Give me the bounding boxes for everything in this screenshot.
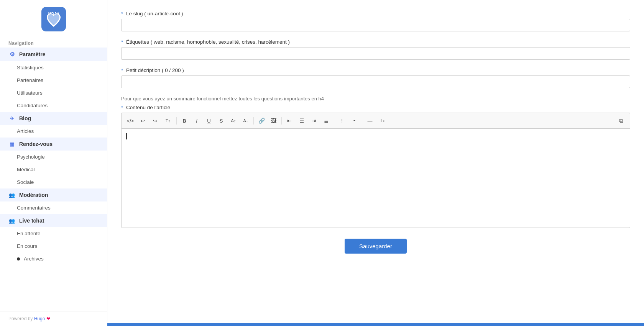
toolbar-fullscreen-btn[interactable]: ⧉ [615, 115, 627, 126]
slug-section: * Le slug ( un-article-cool ) [121, 11, 630, 31]
save-button[interactable]: Sauvegarder [345, 239, 407, 254]
livechat-icon: 👥 [8, 218, 15, 224]
description-label: * Petit décription ( 0 / 200 ) [121, 67, 630, 73]
sidebar-item-label: Modération [19, 192, 48, 198]
toolbar-clear-btn[interactable]: Tx [376, 115, 388, 126]
sidebar-item-label: Archives [24, 256, 44, 262]
sidebar-item-utilisateurs[interactable]: Utilisateurs [0, 87, 107, 99]
gear-icon: ⚙ [8, 51, 15, 58]
sidebar-item-articles[interactable]: Articles [0, 125, 107, 138]
toolbar-bold-btn[interactable]: B [179, 115, 190, 126]
sidebar-logo: MDAV [0, 0, 107, 37]
sidebar-item-encours[interactable]: En cours [0, 240, 107, 252]
sidebar-item-label: Médical [17, 167, 35, 172]
sidebar-footer: Powered by Hugo ❤ [0, 311, 107, 326]
hint-text: Pour que vous ayez un sommaire fonctionn… [121, 96, 630, 102]
main-content: * Le slug ( un-article-cool ) * Étiquett… [107, 0, 644, 326]
description-input[interactable] [121, 75, 630, 88]
sidebar-item-label: Paramètre [19, 51, 46, 57]
toolbar-hr-btn[interactable]: — [364, 115, 376, 126]
toolbar-redo-btn[interactable]: ↪ [149, 115, 161, 126]
toolbar-code-btn[interactable]: </> [125, 115, 136, 126]
toolbar-heading-btn[interactable]: T↕ [161, 115, 174, 126]
sidebar: MDAV Navigation ⚙ Paramètre Statistiques… [0, 0, 107, 326]
bottom-bar [107, 323, 644, 326]
moderation-icon: 👥 [8, 192, 15, 198]
content-required-star: * [121, 105, 123, 110]
toolbar-sep-4 [334, 117, 334, 125]
toolbar-sep-1 [176, 117, 177, 125]
sidebar-item-archives[interactable]: Archives [0, 252, 107, 265]
sidebar-item-label: En attente [17, 231, 41, 236]
sidebar-item-label: Articles [17, 128, 34, 134]
tags-input[interactable] [121, 47, 630, 60]
sidebar-item-label: Statistiques [17, 65, 44, 70]
sidebar-item-label: Utilisateurs [17, 90, 43, 96]
sidebar-item-blog[interactable]: ✈ Blog [0, 112, 107, 125]
toolbar-align-justify-btn[interactable]: ≣ [320, 115, 332, 126]
footer-powered-text: Powered by [8, 316, 34, 321]
sidebar-item-label: Live tchat [19, 218, 44, 224]
sidebar-item-enattente[interactable]: En attente [0, 227, 107, 240]
sidebar-item-commentaires[interactable]: Commentaires [0, 201, 107, 214]
sidebar-item-label: Commentaires [17, 205, 51, 211]
sidebar-item-livetchat[interactable]: 👥 Live tchat [0, 214, 107, 227]
content-section: * Contenu de l'article </> ↩ ↪ T↕ B I U … [121, 105, 630, 228]
slug-input[interactable] [121, 19, 630, 31]
toolbar-underline-btn[interactable]: U [203, 115, 215, 126]
toolbar-align-right-btn[interactable]: ⇥ [308, 115, 320, 126]
sidebar-item-label: Candidatures [17, 103, 48, 108]
sidebar-item-label: Psychologie [17, 154, 45, 160]
article-content-editor[interactable] [121, 128, 630, 228]
toolbar-font-down-btn[interactable]: A↓ [240, 115, 251, 126]
slug-label: * Le slug ( un-article-cool ) [121, 11, 630, 16]
slug-required-star: * [121, 11, 123, 16]
description-section: * Petit décription ( 0 / 200 ) [121, 67, 630, 88]
sidebar-item-label: Rendez-vous [19, 141, 53, 147]
sidebar-item-rendezvous[interactable]: ▦ Rendez-vous [0, 138, 107, 151]
calendar-icon: ▦ [8, 141, 15, 147]
save-btn-wrapper: Sauvegarder [121, 239, 630, 254]
editor-cursor [126, 133, 127, 139]
sidebar-item-statistiques[interactable]: Statistiques [0, 61, 107, 74]
bullet-dot-icon [17, 257, 20, 260]
toolbar-align-center-btn[interactable]: ☰ [296, 115, 307, 126]
toolbar-undo-btn[interactable]: ↩ [137, 115, 148, 126]
toolbar-link-btn[interactable]: 🔗 [256, 115, 267, 126]
sidebar-item-psychologie[interactable]: Psychologie [0, 151, 107, 163]
sidebar-item-label: Sociale [17, 179, 34, 185]
tags-required-star: * [121, 39, 123, 45]
heart-icon: ❤ [46, 316, 50, 321]
sidebar-item-label: En cours [17, 243, 37, 249]
sidebar-item-partenaires[interactable]: Partenaires [0, 74, 107, 87]
blog-icon: ✈ [8, 116, 15, 121]
sidebar-item-parametres[interactable]: ⚙ Paramètre [0, 48, 107, 61]
tags-section: * Étiquettes ( web, racisme, homophobie,… [121, 39, 630, 60]
toolbar-font-up-btn[interactable]: A↑ [228, 115, 239, 126]
sidebar-item-medical[interactable]: Médical [0, 163, 107, 176]
sidebar-item-moderation[interactable]: 👥 Modération [0, 188, 107, 201]
tags-label: * Étiquettes ( web, racisme, homophobie,… [121, 39, 630, 45]
toolbar-sep-2 [253, 117, 254, 125]
toolbar-ol-btn[interactable]: ⁃ [348, 115, 360, 126]
toolbar-strikethrough-btn[interactable]: S [215, 115, 227, 126]
toolbar-sep-3 [281, 117, 282, 125]
description-required-star: * [121, 67, 123, 73]
toolbar-sep-5 [362, 117, 362, 125]
sidebar-item-sociale[interactable]: Sociale [0, 176, 107, 188]
toolbar-italic-btn[interactable]: I [191, 115, 202, 126]
toolbar-align-left-btn[interactable]: ⇤ [284, 115, 295, 126]
sidebar-item-label: Blog [19, 115, 31, 121]
editor-toolbar: </> ↩ ↪ T↕ B I U S A↑ A↓ 🔗 🖼 ⇤ ☰ ⇥ ≣ ⁝ ⁃… [121, 113, 630, 128]
sidebar-item-candidatures[interactable]: Candidatures [0, 99, 107, 112]
logo-icon: MDAV [41, 7, 66, 31]
footer-hugo-link[interactable]: Hugo [34, 316, 45, 321]
nav-section-label: Navigation [0, 37, 107, 48]
sidebar-item-label: Partenaires [17, 77, 43, 83]
toolbar-image-btn[interactable]: 🖼 [268, 115, 279, 126]
toolbar-ul-btn[interactable]: ⁝ [336, 115, 348, 126]
content-label: * Contenu de l'article [121, 105, 630, 110]
